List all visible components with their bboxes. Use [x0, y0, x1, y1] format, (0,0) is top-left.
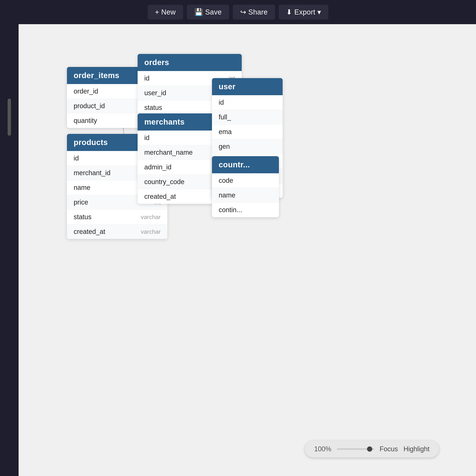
scrollbar-thumb[interactable] — [8, 99, 11, 136]
table-users-header: user — [212, 78, 283, 95]
sidebar-scroll — [0, 24, 18, 476]
highlight-button[interactable]: Highlight — [404, 445, 429, 453]
table-countries[interactable]: countr... code name contin... — [212, 156, 279, 217]
table-row: code — [212, 173, 279, 188]
table-row: contin... — [212, 203, 279, 217]
table-row: full_ — [212, 110, 283, 125]
export-button[interactable]: ⬇ Export ▾ — [279, 5, 328, 19]
table-row: status varchar — [67, 210, 167, 224]
zoom-level: 100% — [314, 445, 331, 453]
zoom-slider[interactable] — [337, 448, 374, 450]
focus-button[interactable]: Focus — [380, 445, 398, 453]
table-row: ema — [212, 125, 283, 139]
zoom-slider-thumb[interactable] — [367, 446, 372, 452]
table-orders-header: orders — [137, 54, 242, 71]
share-button[interactable]: ↪ Share — [233, 5, 275, 19]
table-row: name — [212, 188, 279, 203]
table-row: gen — [212, 139, 283, 154]
toolbar: + New 💾 Save ↪ Share ⬇ Export ▾ — [0, 0, 476, 24]
new-button[interactable]: + New — [148, 5, 183, 19]
table-row: created_at varchar — [67, 224, 167, 239]
canvas: order_items order_id int product_id int … — [18, 24, 476, 476]
bottom-controls: 100% Focus Highlight — [305, 441, 439, 458]
table-countries-header: countr... — [212, 156, 279, 173]
table-row: id — [212, 95, 283, 110]
save-button[interactable]: 💾 Save — [187, 5, 229, 19]
